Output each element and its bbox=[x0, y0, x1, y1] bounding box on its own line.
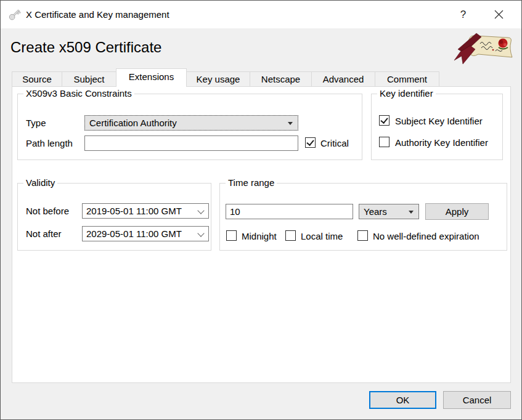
xca-scroll-logo bbox=[454, 31, 516, 66]
tab-key-usage[interactable]: Key usage bbox=[186, 71, 250, 86]
authority-key-identifier-label: Authority Key Identifier bbox=[395, 137, 488, 148]
validity-group: Validity Not before 2019-05-01 11:00 GMT… bbox=[17, 183, 211, 251]
not-after-select[interactable]: 2029-05-01 11:00 GMT bbox=[82, 226, 209, 241]
type-select-value: Certification Authority bbox=[89, 118, 177, 128]
time-range-unit-value: Years bbox=[364, 206, 387, 217]
tab-comment[interactable]: Comment bbox=[375, 71, 439, 86]
path-length-input[interactable] bbox=[84, 135, 298, 151]
time-range-unit-select[interactable]: Years bbox=[359, 204, 419, 219]
subject-key-identifier-label: Subject Key Identifier bbox=[395, 116, 483, 126]
critical-label: Critical bbox=[320, 138, 349, 148]
not-after-value: 2029-05-01 11:00 GMT bbox=[86, 228, 182, 239]
subject-key-identifier-checkbox[interactable] bbox=[379, 115, 389, 126]
not-after-label: Not after bbox=[26, 228, 62, 239]
title-bar: X Certificate and Key management ? bbox=[1, 1, 521, 28]
tab-source[interactable]: Source bbox=[12, 71, 62, 86]
validity-group-title: Validity bbox=[23, 177, 57, 188]
help-button[interactable]: ? bbox=[449, 1, 477, 28]
basic-constraints-group: X509v3 Basic Constraints Type Certificat… bbox=[17, 94, 362, 160]
window-title: X Certificate and Key management bbox=[26, 1, 169, 28]
cancel-button[interactable]: Cancel bbox=[443, 391, 511, 409]
not-before-value: 2019-05-01 11:00 GMT bbox=[86, 206, 182, 216]
authority-key-identifier-checkbox[interactable] bbox=[379, 137, 389, 147]
local-time-checkbox[interactable] bbox=[285, 230, 296, 241]
local-time-label: Local time bbox=[301, 231, 343, 241]
tab-netscape[interactable]: Netscape bbox=[250, 71, 312, 86]
type-label: Type bbox=[26, 118, 46, 128]
not-before-select[interactable]: 2019-05-01 11:00 GMT bbox=[82, 203, 209, 219]
midnight-label: Midnight bbox=[242, 231, 277, 241]
page-title: Create x509 Certificate bbox=[10, 39, 161, 56]
time-range-group-title: Time range bbox=[226, 177, 277, 188]
chevron-down-icon bbox=[197, 230, 204, 236]
dropdown-arrow-icon bbox=[409, 211, 414, 214]
dialog-window: X Certificate and Key management ? Creat… bbox=[0, 0, 522, 420]
midnight-checkbox[interactable] bbox=[226, 230, 237, 241]
tab-advanced[interactable]: Advanced bbox=[311, 71, 375, 86]
key-icon bbox=[7, 7, 22, 22]
type-select[interactable]: Certification Authority bbox=[84, 115, 298, 131]
path-length-label: Path length bbox=[26, 138, 73, 148]
close-icon[interactable] bbox=[485, 1, 513, 28]
critical-checkbox[interactable] bbox=[305, 137, 316, 148]
key-identifier-group: Key identifier Subject Key Identifier Au… bbox=[371, 94, 503, 160]
chevron-down-icon bbox=[197, 207, 204, 214]
basic-constraints-group-title: X509v3 Basic Constraints bbox=[23, 88, 134, 99]
tab-subject[interactable]: Subject bbox=[62, 71, 116, 86]
not-before-label: Not before bbox=[26, 206, 69, 216]
apply-button[interactable]: Apply bbox=[425, 203, 489, 220]
ok-button[interactable]: OK bbox=[369, 391, 436, 409]
no-expiration-checkbox[interactable] bbox=[357, 230, 368, 241]
dropdown-arrow-icon bbox=[288, 122, 293, 125]
time-range-group: Time range Years Apply Midnight Local ti… bbox=[219, 183, 507, 251]
time-range-amount-input[interactable] bbox=[226, 204, 353, 219]
no-expiration-label: No well-defined expiration bbox=[373, 231, 479, 241]
tab-extensions[interactable]: Extensions bbox=[116, 68, 187, 87]
key-identifier-group-title: Key identifier bbox=[377, 88, 436, 99]
